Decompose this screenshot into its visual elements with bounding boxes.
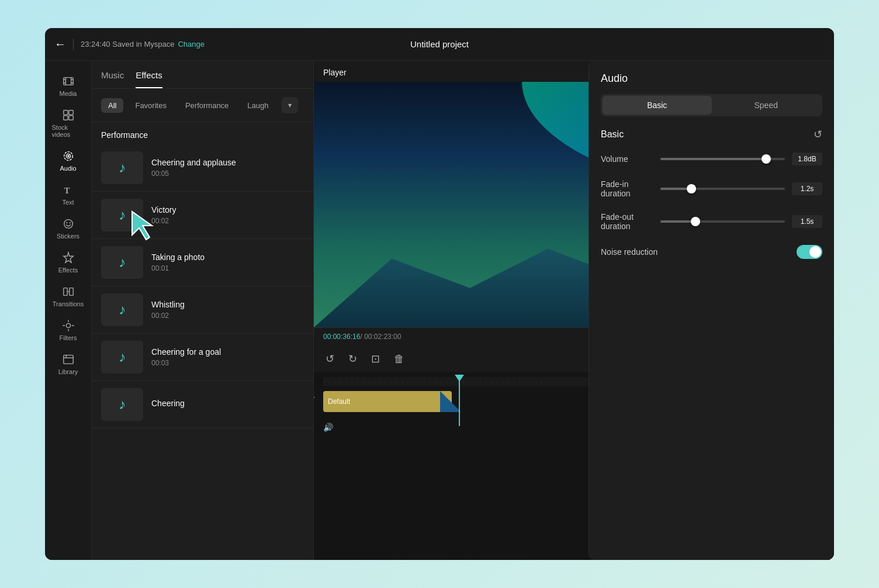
grid-icon xyxy=(62,109,75,122)
effect-name-0: Cheering and applause xyxy=(151,158,304,167)
sidebar-label-stock: Stock videos xyxy=(52,124,85,138)
effect-item-victory[interactable]: ♪ Victory 00:02 xyxy=(92,192,313,239)
back-button[interactable]: ← xyxy=(54,37,66,51)
fadein-value: 1.2s xyxy=(792,182,822,195)
timecode-current: 00:00:36:16 xyxy=(323,333,360,341)
effect-name-1: Victory xyxy=(151,205,304,215)
sidebar-item-filters[interactable]: Filters xyxy=(49,314,88,346)
effect-item-cheering[interactable]: ♪ Cheering xyxy=(92,381,313,428)
header-status: 23:24:40 Saved in Myspace xyxy=(81,40,174,49)
section-label-performance: Performance xyxy=(92,122,313,144)
audio-tab-speed[interactable]: Speed xyxy=(712,96,821,115)
noise-reduction-label: Noise reduction xyxy=(601,247,657,257)
timeline-clip-default[interactable]: Default xyxy=(323,391,452,412)
effects-list: ♪ Cheering and applause 00:05 ♪ Victory … xyxy=(92,144,313,560)
filter-laugh[interactable]: Laugh xyxy=(240,98,275,113)
reset-button[interactable]: ↺ xyxy=(814,128,822,141)
fadein-slider[interactable] xyxy=(660,188,785,190)
svg-point-16 xyxy=(66,222,67,223)
effect-item-cheering-goal[interactable]: ♪ Cheering for a goal 00:03 xyxy=(92,334,313,381)
fadeout-label: Fade-out duration xyxy=(601,212,653,231)
volume-thumb[interactable] xyxy=(762,154,771,164)
sidebar-item-library[interactable]: Library xyxy=(49,348,88,380)
effect-thumb-3: ♪ xyxy=(101,293,143,326)
effect-thumb-4: ♪ xyxy=(101,341,143,373)
filter-performance[interactable]: Performance xyxy=(178,98,236,113)
music-note-icon-0: ♪ xyxy=(119,160,126,176)
audio-panel: Audio Basic Speed Basic ↺ Volume xyxy=(589,61,834,560)
sidebar-item-media[interactable]: Media xyxy=(49,70,88,102)
effect-info-3: Whistling 00:02 xyxy=(151,300,304,320)
effect-item-whistling[interactable]: ♪ Whistling 00:02 xyxy=(92,286,313,334)
svg-text:T: T xyxy=(64,186,70,195)
volume-value: 1.8dB xyxy=(792,153,822,165)
svg-point-17 xyxy=(69,222,70,223)
effect-thumb-0: ♪ xyxy=(101,151,143,184)
svg-rect-9 xyxy=(63,116,67,120)
delete-button[interactable]: 🗑 xyxy=(392,351,407,368)
sidebar-label-transitions: Transitions xyxy=(53,300,84,307)
sidebar-label-effects: Effects xyxy=(58,267,78,274)
music-note-icon-5: ♪ xyxy=(119,396,126,413)
audio-panel-title: Audio xyxy=(601,72,822,85)
library-icon xyxy=(62,353,75,366)
sidebar-item-transitions[interactable]: Transitions xyxy=(49,281,88,312)
effect-duration-3: 00:02 xyxy=(151,312,304,320)
project-title: Untitled project xyxy=(410,39,469,49)
music-note-icon-4: ♪ xyxy=(119,349,126,365)
redo-button[interactable]: ↻ xyxy=(346,350,359,368)
fadeout-value: 1.5s xyxy=(792,215,822,228)
effect-item-taking-photo[interactable]: ♪ Taking a photo 00:01 xyxy=(92,239,313,286)
undo-button[interactable]: ↺ xyxy=(323,350,337,368)
fadein-thumb[interactable] xyxy=(687,184,696,193)
volume-slider[interactable] xyxy=(660,158,785,160)
effect-name-2: Taking a photo xyxy=(151,253,304,262)
sidebar-item-effects[interactable]: Effects xyxy=(49,247,88,278)
effect-thumb-5: ♪ xyxy=(101,388,143,421)
volume-control: Volume 1.8dB xyxy=(601,153,822,165)
effect-item-cheering-applause[interactable]: ♪ Cheering and applause 00:05 xyxy=(92,144,313,192)
clip-label: Default xyxy=(328,397,350,406)
app-window: ← 23:24:40 Saved in Myspace Change Untit… xyxy=(45,28,834,560)
split-button[interactable]: ⊡ xyxy=(369,350,382,368)
timecode-total: / 00:02:23:00 xyxy=(360,333,401,341)
svg-rect-7 xyxy=(63,110,67,115)
playhead[interactable] xyxy=(459,379,460,426)
header-change-button[interactable]: Change xyxy=(178,40,205,49)
sidebar-item-text[interactable]: T Text xyxy=(49,179,88,210)
svg-marker-18 xyxy=(63,253,73,262)
effect-duration-4: 00:03 xyxy=(151,359,304,367)
filter-all[interactable]: All xyxy=(101,98,123,113)
clip-triangle xyxy=(440,391,461,412)
sidebar-item-audio[interactable]: Audio xyxy=(49,145,88,177)
effect-duration-0: 00:05 xyxy=(151,170,304,178)
main-area: Media Stock videos Audio T Text Stickers xyxy=(45,61,834,560)
fadeout-slider[interactable] xyxy=(660,220,785,223)
audio-panel-header: Audio Basic Speed xyxy=(589,61,834,128)
transitions-icon xyxy=(62,285,75,298)
audio-track-icon: 🔊 xyxy=(323,423,335,432)
sidebar: Media Stock videos Audio T Text Stickers xyxy=(45,61,92,560)
effect-thumb-1: ♪ xyxy=(101,199,143,231)
sidebar-item-stock[interactable]: Stock videos xyxy=(49,104,88,143)
fadein-label: Fade-in duration xyxy=(601,179,653,198)
toggle-thumb xyxy=(809,246,821,258)
music-note-icon-1: ♪ xyxy=(119,207,126,223)
audio-section-title: Basic ↺ xyxy=(601,128,822,141)
fadeout-thumb[interactable] xyxy=(691,217,700,226)
filter-dropdown[interactable]: ▾ xyxy=(282,97,298,113)
filter-favorites[interactable]: Favorites xyxy=(128,98,173,113)
panel-tabs: Music Effects xyxy=(92,61,313,89)
sidebar-item-stickers[interactable]: Stickers xyxy=(49,213,88,244)
volume-label: Volume xyxy=(601,154,653,164)
effects-icon xyxy=(62,251,75,264)
player-area: Player 00:00:36:16 / 00:02:23:00 ↺ ↻ ⊡ 🗑 xyxy=(314,61,834,560)
noise-reduction-toggle[interactable] xyxy=(797,245,822,259)
effects-panel: Music Effects All Favorites Performance … xyxy=(92,61,314,560)
effect-info-0: Cheering and applause 00:05 xyxy=(151,158,304,178)
effect-thumb-2: ♪ xyxy=(101,246,143,279)
audio-tab-basic[interactable]: Basic xyxy=(603,96,712,115)
tab-effects[interactable]: Effects xyxy=(136,70,162,88)
sidebar-label-text: Text xyxy=(62,199,74,206)
tab-music[interactable]: Music xyxy=(101,70,124,88)
